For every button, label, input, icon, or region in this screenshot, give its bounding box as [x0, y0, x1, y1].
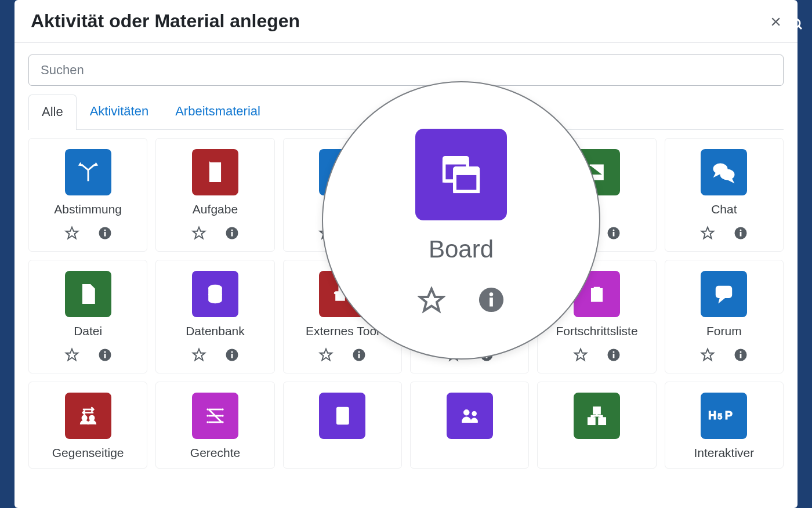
- svg-marker-61: [575, 349, 587, 361]
- close-icon[interactable]: ×: [770, 12, 781, 31]
- star-icon[interactable]: [418, 286, 445, 317]
- search-input[interactable]: [28, 55, 784, 86]
- card-actions: [573, 347, 621, 365]
- h5p-icon: H5P: [701, 393, 747, 439]
- svg-marker-36: [66, 349, 78, 361]
- info-icon[interactable]: [225, 348, 239, 364]
- activity-card[interactable]: [283, 382, 402, 469]
- svg-rect-6: [104, 232, 106, 237]
- info-icon[interactable]: [98, 348, 112, 364]
- activity-label: Gerechte: [190, 446, 240, 460]
- fair-icon: [192, 393, 238, 439]
- forum-icon: [701, 271, 747, 317]
- modal-header: Aktivität oder Material anlegen ×: [14, 0, 798, 43]
- activity-card[interactable]: H5PInteraktiver: [665, 382, 784, 469]
- workshop-icon: [574, 393, 620, 439]
- star-icon[interactable]: [700, 347, 715, 365]
- activity-card[interactable]: Abstimmung: [28, 138, 147, 252]
- activity-label: Externes Tool: [306, 324, 379, 338]
- activity-card[interactable]: Gegenseitige: [28, 382, 147, 469]
- activity-card[interactable]: Aufgabe: [155, 138, 274, 252]
- card-actions: [700, 347, 748, 365]
- info-icon[interactable]: [478, 286, 505, 317]
- svg-point-72: [82, 416, 86, 420]
- activity-card[interactable]: [410, 382, 529, 469]
- tab-all[interactable]: Alle: [28, 95, 77, 130]
- svg-rect-65: [716, 286, 731, 297]
- svg-point-78: [222, 415, 224, 417]
- group-icon: [447, 393, 493, 439]
- svg-point-31: [721, 170, 734, 179]
- svg-rect-80: [338, 408, 349, 424]
- svg-rect-10: [231, 232, 233, 237]
- star-icon[interactable]: [64, 226, 79, 243]
- svg-point-39: [104, 351, 106, 353]
- svg-text:H: H: [708, 409, 716, 422]
- activity-label: Aufgabe: [193, 202, 238, 216]
- file-icon: [65, 271, 111, 317]
- chat-icon: [701, 149, 747, 195]
- zoom-lens: Board: [322, 81, 600, 360]
- svg-point-76: [206, 421, 209, 423]
- tab-activities[interactable]: Aktivitäten: [77, 94, 162, 129]
- star-icon[interactable]: [318, 347, 334, 365]
- svg-text:P: P: [725, 409, 733, 422]
- info-icon[interactable]: [734, 348, 748, 364]
- svg-text:5: 5: [718, 412, 723, 421]
- info-icon[interactable]: [607, 226, 621, 242]
- info-icon[interactable]: [225, 226, 239, 242]
- info-icon[interactable]: [98, 226, 112, 242]
- info-icon[interactable]: [352, 348, 366, 364]
- peer-icon: [65, 393, 111, 439]
- svg-marker-95: [420, 289, 443, 311]
- star-icon[interactable]: [64, 347, 79, 365]
- svg-marker-8: [193, 227, 205, 239]
- star-icon[interactable]: [191, 347, 206, 365]
- svg-point-7: [104, 230, 106, 231]
- board-icon: [415, 129, 507, 220]
- svg-point-64: [612, 351, 614, 353]
- activity-card[interactable]: Datei: [28, 260, 147, 373]
- activity-label: Interaktiver: [694, 446, 754, 460]
- modal-title: Aktivität oder Material anlegen: [31, 10, 300, 32]
- activity-card[interactable]: [537, 382, 656, 469]
- svg-rect-97: [490, 297, 493, 306]
- info-icon[interactable]: [734, 226, 748, 242]
- svg-point-11: [231, 230, 233, 231]
- svg-rect-60: [594, 287, 600, 290]
- assignment-icon: [192, 149, 238, 195]
- activity-card[interactable]: Chat: [665, 138, 784, 252]
- star-icon[interactable]: [191, 226, 206, 243]
- svg-rect-50: [358, 354, 360, 358]
- activity-card[interactable]: Datenbank: [155, 260, 274, 373]
- tab-resources[interactable]: Arbeitsmaterial: [162, 94, 274, 129]
- svg-point-35: [740, 230, 742, 231]
- svg-rect-86: [599, 418, 606, 424]
- svg-rect-84: [593, 407, 600, 413]
- svg-marker-41: [193, 349, 205, 361]
- svg-line-1: [799, 26, 802, 29]
- card-actions: [191, 226, 239, 243]
- svg-marker-32: [702, 227, 714, 239]
- svg-point-47: [334, 292, 336, 294]
- svg-rect-70: [740, 354, 742, 358]
- svg-point-75: [206, 415, 209, 417]
- zoom-label: Board: [429, 235, 494, 263]
- svg-marker-48: [320, 349, 332, 361]
- info-icon[interactable]: [607, 348, 621, 364]
- zoom-card-board[interactable]: Board: [415, 124, 507, 317]
- activity-label: Datei: [74, 324, 102, 338]
- star-icon[interactable]: [700, 226, 715, 243]
- svg-marker-68: [702, 349, 714, 361]
- svg-point-77: [222, 408, 224, 411]
- svg-rect-85: [588, 418, 594, 424]
- choice-icon: [65, 149, 111, 195]
- svg-rect-28: [613, 232, 615, 237]
- activity-card[interactable]: Gerechte: [155, 382, 274, 469]
- svg-point-44: [231, 351, 233, 353]
- activity-label: Chat: [711, 202, 737, 216]
- activity-label: Gegenseitige: [52, 446, 124, 460]
- journal-icon: [319, 393, 365, 439]
- star-icon[interactable]: [573, 347, 588, 365]
- activity-card[interactable]: Forum: [665, 260, 784, 373]
